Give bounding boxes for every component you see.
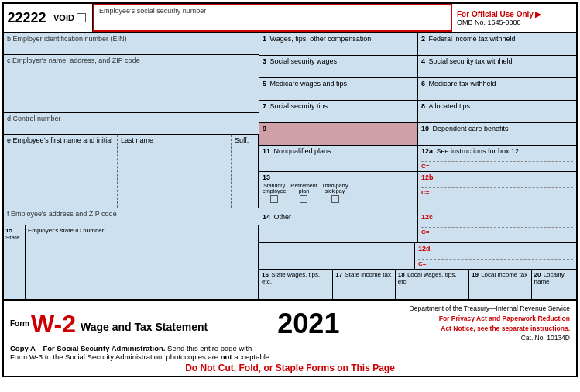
field-17: 17 State income tax (333, 270, 396, 299)
footer-copy: Copy A—For Social Security Administratio… (10, 344, 570, 361)
field-4: 4 Social security tax withheld (418, 56, 576, 77)
field-12c: 12c C= (418, 211, 576, 242)
do-not-cut: Do Not Cut, Fold, or Staple Forms on Thi… (10, 363, 570, 373)
statutory-checkbox[interactable] (270, 195, 278, 203)
field-10: 10 Dependent care benefits (418, 123, 576, 145)
void-checkbox[interactable] (77, 13, 86, 22)
field-6: 6 Medicare tax withheld (418, 78, 576, 100)
field-14: 14 Other (259, 211, 418, 242)
field-13: 13 Statutoryemployee Retirementplan Thir… (259, 172, 418, 211)
field-b: b Employer identification number (EIN) (4, 33, 259, 55)
field-e: e Employee's first name and initial Last… (4, 135, 259, 208)
field-3: 3 Social security wages (259, 56, 418, 77)
field-12d: 12d C= (415, 243, 576, 269)
form-title: Wage and Tax Statement (81, 321, 208, 333)
field-12b: 12b C= (418, 172, 576, 211)
field-12a: 12a See instructions for box 12 C= (418, 146, 576, 171)
field-c: c Employer's name, address, and ZIP code (4, 55, 259, 113)
field-e-suff: Suff. (232, 135, 259, 208)
official-use-box: For Official Use Only ▶ OMB No. 1545-000… (452, 4, 576, 32)
field-5: 5 Medicare wages and tips (259, 78, 418, 100)
field-15: 15 State (4, 225, 26, 299)
field-e-last: Last name (118, 135, 232, 208)
field-7: 7 Social security tips (259, 101, 418, 122)
field-16-id: Employer's state ID number (26, 225, 259, 299)
void-section: VOID (50, 4, 93, 32)
field-1: 1 Wages, tips, other compensation (259, 33, 418, 55)
w2-label: W-2 (31, 311, 76, 336)
field-18: 18 Local wages, tips, etc. (396, 270, 469, 299)
field-f: f Employee's address and ZIP code (4, 208, 259, 225)
tax-year: 2021 (277, 308, 339, 340)
field-11: 11 Nonqualified plans (259, 146, 418, 171)
form-number: 22222 (4, 4, 50, 32)
field-20: 20 Locality name (532, 270, 576, 299)
thirdparty-checkbox[interactable] (331, 195, 339, 203)
ssn-box: Employee's social security number (93, 4, 452, 32)
field-19: 19 Local income tax (469, 270, 532, 299)
field-e-first: e Employee's first name and initial (4, 135, 118, 208)
omb-number: OMB No. 1545-0008 (457, 19, 571, 26)
field-2: 2 Federal income tax withheld (418, 33, 576, 55)
form-label: Form (10, 319, 29, 328)
field-spacer (259, 243, 415, 269)
field-16-wages: 16 State wages, tips, etc. (259, 270, 333, 299)
footer-right: Department of the Treasury—Internal Reve… (410, 304, 570, 343)
retirement-checkbox[interactable] (300, 195, 307, 203)
field-9: 9 (259, 123, 418, 145)
field-8: 8 Allocated tips (418, 101, 576, 122)
field-d: d Control number (4, 113, 259, 135)
